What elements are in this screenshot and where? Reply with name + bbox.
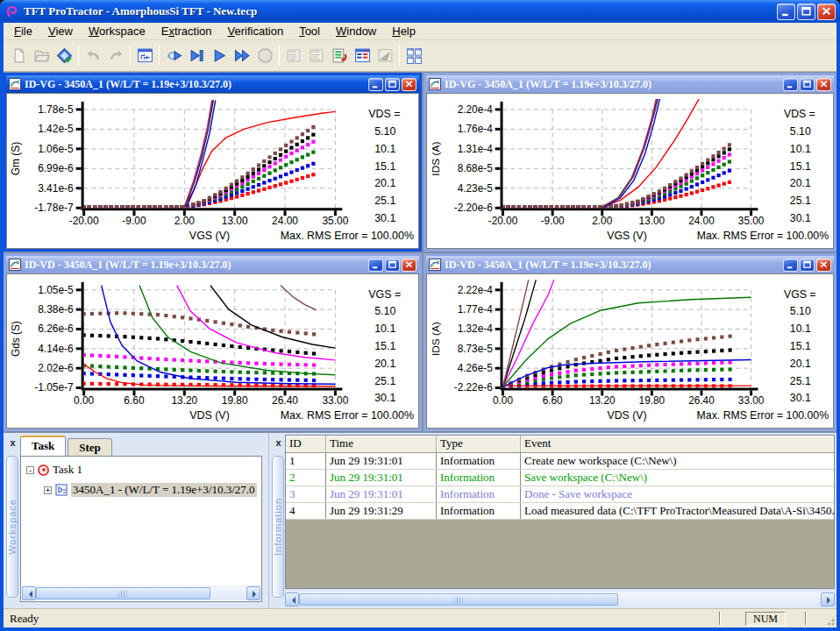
column-header-id[interactable]: ID	[286, 436, 326, 452]
maximize-button[interactable]	[800, 259, 815, 272]
minimize-button[interactable]	[368, 78, 383, 91]
child-titlebar[interactable]: ID-VD - 3450A_1 (W/L/T = 1.19e+3/10.3/27…	[6, 256, 419, 273]
child-titlebar[interactable]: ID-VG - 3450A_1 (W/L/T = 1.19e+3/10.3/27…	[6, 75, 419, 93]
information-panel-grip[interactable]: Information	[272, 456, 284, 598]
close-workspace-panel-button[interactable]: x	[7, 437, 18, 449]
maximize-button[interactable]	[385, 259, 400, 272]
scroll-right-button[interactable]	[246, 586, 260, 600]
menu-tool[interactable]: Tool	[291, 23, 328, 39]
toolbar-separator	[279, 46, 280, 66]
tree-collapsed-icon[interactable]: +	[44, 486, 52, 494]
menu-help[interactable]: Help	[384, 23, 424, 39]
close-button[interactable]	[816, 78, 831, 91]
menu-window[interactable]: Window	[328, 23, 384, 39]
run-button[interactable]	[208, 45, 231, 67]
svg-text:13.20: 13.20	[589, 394, 616, 407]
svg-text:10.1: 10.1	[374, 323, 395, 335]
close-button[interactable]	[817, 4, 836, 20]
tree-expanded-icon[interactable]: -	[26, 466, 34, 474]
maximize-button[interactable]	[797, 4, 815, 20]
svg-text:2.20e-4: 2.20e-4	[458, 103, 493, 116]
scroll-thumb[interactable]	[36, 587, 210, 599]
statusbar-separator	[805, 612, 807, 625]
close-information-panel-button[interactable]: x	[273, 437, 284, 449]
window-titlebar[interactable]: TFT ProTractor - AmorphousSi TFT - New.t…	[0, 0, 840, 23]
menu-verification[interactable]: Verification	[220, 23, 292, 39]
data-window-button[interactable]	[351, 45, 374, 67]
scroll-left-button[interactable]	[285, 592, 299, 606]
svg-text:24.00: 24.00	[688, 215, 715, 227]
column-header-type[interactable]: Type	[437, 436, 521, 452]
close-icon	[819, 260, 829, 269]
log-row[interactable]: 1Jun 29 19:31:01InformationCreate new wo…	[286, 453, 834, 470]
svg-text:5.10: 5.10	[374, 125, 395, 138]
save-workspace-button[interactable]	[53, 45, 75, 67]
child-titlebar[interactable]: ID-VG - 3450A_1 (W/L/T = 1.19e+3/10.3/27…	[426, 75, 834, 93]
run-all-icon	[234, 47, 251, 64]
tab-step[interactable]: Step	[68, 438, 112, 456]
svg-text:20.1: 20.1	[790, 177, 811, 189]
tree-item[interactable]: -Task 1	[21, 463, 261, 477]
bottom-docks: x Workspace TaskStep -Task 1+3450A_1 - (…	[4, 433, 836, 608]
svg-text:19.80: 19.80	[222, 394, 248, 407]
scroll-left-button[interactable]	[22, 586, 36, 600]
tree-item[interactable]: +3450A_1 - (W/L/T = 1.19e+3/10.3/27.0	[21, 483, 261, 497]
log-cell: Jun 29 19:31:29	[326, 503, 437, 519]
menu-view[interactable]: View	[40, 23, 81, 39]
svg-text:Max. RMS Error = 100.00%: Max. RMS Error = 100.00%	[281, 409, 414, 422]
tile-windows-button[interactable]	[402, 45, 425, 67]
log-cell: Jun 29 19:31:01	[326, 486, 437, 502]
information-panel-label: Information	[273, 498, 283, 556]
minimize-button[interactable]	[783, 259, 798, 272]
stop-icon	[257, 47, 274, 64]
close-button[interactable]	[816, 259, 831, 272]
svg-text:-2.22e-6: -2.22e-6	[454, 381, 493, 393]
tab-task[interactable]: Task	[20, 436, 66, 456]
svg-text:33.00: 33.00	[322, 394, 348, 407]
resize-grip[interactable]	[824, 615, 836, 627]
svg-text:Max. RMS Error = 100.00%: Max. RMS Error = 100.00%	[697, 230, 829, 242]
target-icon	[38, 464, 49, 476]
run-to-button[interactable]	[162, 45, 185, 67]
log-row[interactable]: 4Jun 29 19:31:29InformationLoad measured…	[286, 503, 834, 520]
run-all-button[interactable]	[231, 45, 253, 67]
maximize-button[interactable]	[385, 78, 400, 91]
column-header-time[interactable]: Time	[326, 436, 437, 452]
close-button[interactable]	[402, 78, 416, 91]
close-button[interactable]	[402, 259, 416, 272]
menu-extraction[interactable]: Extraction	[153, 23, 220, 39]
menu-workspace[interactable]: Workspace	[81, 23, 153, 39]
log-row[interactable]: 2Jun 29 19:31:01InformationSave workspac…	[286, 470, 834, 486]
svg-text:VGS =: VGS =	[368, 288, 401, 301]
maximize-button[interactable]	[800, 78, 815, 91]
scroll-right-button[interactable]	[821, 592, 835, 606]
svg-text:26.40: 26.40	[272, 394, 298, 407]
log-cell: Load measured data (C:\TFT ProTractor\Me…	[521, 503, 834, 519]
chart-canvas: 1.78e-51.42e-51.06e-56.99e-63.41e-6-1.78…	[7, 94, 418, 248]
log-cell: Save workspace (C:\New\)	[521, 470, 834, 486]
information-hscrollbar[interactable]	[285, 592, 835, 606]
workspace-panel-grip[interactable]: Workspace	[6, 456, 18, 598]
report-window-button	[282, 45, 305, 67]
svg-text:IDS (A): IDS (A)	[430, 322, 442, 356]
svg-text:26.40: 26.40	[688, 394, 715, 407]
minimize-button[interactable]	[777, 4, 795, 20]
tile-windows-icon	[406, 47, 423, 64]
workspace-tabs: TaskStep	[20, 436, 114, 456]
chart-window-icon	[429, 259, 441, 271]
minimize-button[interactable]	[783, 78, 798, 91]
scroll-thumb[interactable]	[299, 593, 618, 606]
step-run-button[interactable]	[185, 45, 208, 67]
parameter-list-icon	[331, 47, 348, 64]
export-plot-icon	[377, 47, 394, 64]
log-row[interactable]: 3Jun 29 19:31:01InformationDone - Save w…	[286, 486, 834, 503]
minimize-button[interactable]	[368, 259, 383, 272]
workspace-hscrollbar[interactable]	[22, 585, 260, 600]
menu-file[interactable]: File	[6, 23, 40, 39]
child-titlebar[interactable]: ID-VD - 3450A_1 (W/L/T = 1.19e+3/10.3/27…	[426, 256, 834, 273]
undo-icon	[85, 47, 102, 64]
svg-text:Gm (S): Gm (S)	[10, 142, 22, 175]
device-window-button[interactable]	[133, 45, 156, 67]
parameter-list-button[interactable]	[328, 45, 351, 67]
column-header-event[interactable]: Event	[521, 436, 834, 452]
